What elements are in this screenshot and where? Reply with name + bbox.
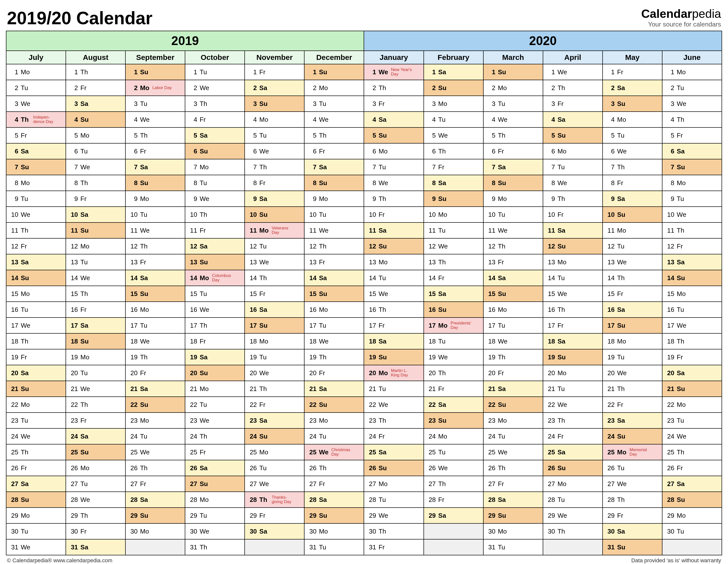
day-number: 22: [69, 401, 78, 409]
day-cell: 17We: [662, 318, 722, 333]
day-of-week: Su: [21, 163, 31, 171]
day-cell: 28Fr: [424, 492, 483, 508]
day-of-week: Tu: [259, 242, 269, 250]
day-cell: 1Su: [125, 64, 185, 80]
day-cell: 26Tu: [245, 460, 304, 476]
day-number: 23: [9, 417, 18, 425]
day-cell: 20Tu: [66, 365, 125, 381]
day-cell: 2Su: [424, 80, 483, 96]
day-number: 29: [426, 512, 436, 519]
day-of-week: Fr: [259, 401, 269, 409]
day-of-week: Tu: [21, 417, 31, 425]
day-of-week: Tu: [140, 433, 150, 440]
day-of-week: We: [617, 258, 627, 266]
day-cell: 29Sa: [424, 508, 483, 523]
day-cell: 9Sa: [245, 191, 304, 207]
day-of-week: Tu: [617, 464, 627, 472]
day-of-week: Fr: [200, 116, 210, 123]
day-number: 12: [128, 242, 138, 250]
day-cell: 1Mo: [6, 64, 66, 80]
day-of-week: We: [558, 68, 567, 76]
day-of-week: Fr: [438, 163, 448, 171]
day-number: 30: [247, 528, 257, 535]
day-cell: 30Th: [543, 523, 603, 539]
day-cell: 30Tu: [6, 523, 66, 539]
day-cell: 14Tu: [543, 270, 603, 286]
day-cell: 21Tu: [364, 381, 423, 397]
day-of-week: Tu: [319, 211, 329, 218]
day-number: 16: [367, 306, 376, 314]
day-number: 21: [665, 385, 674, 393]
day-number: 12: [665, 242, 674, 250]
day-cell: 16Tu: [6, 302, 66, 318]
day-of-week: We: [438, 464, 448, 472]
day-number: 30: [128, 528, 138, 535]
day-number: 22: [307, 401, 316, 409]
day-number: 12: [367, 242, 376, 250]
day-number: 15: [128, 290, 138, 298]
day-of-week: Mo: [140, 417, 150, 425]
day-of-week: We: [677, 211, 687, 218]
day-of-week: Tu: [140, 322, 150, 330]
day-number: 14: [546, 274, 555, 282]
day-number: 6: [69, 147, 78, 155]
day-number: 14: [9, 274, 18, 282]
day-of-week: Tu: [200, 68, 210, 76]
day-number: 11: [69, 227, 78, 234]
day-cell: 20Mo: [543, 365, 603, 381]
day-number: 12: [486, 242, 495, 250]
day-number: 6: [128, 147, 138, 155]
day-cell: 21Su: [662, 381, 722, 397]
day-of-week: Th: [21, 227, 31, 234]
day-of-week: Th: [200, 543, 210, 551]
day-cell: 29Fr: [245, 508, 304, 523]
day-of-week: Tu: [200, 401, 210, 409]
day-number: 13: [426, 258, 436, 266]
day-number: 20: [665, 369, 674, 377]
day-number: 31: [188, 543, 197, 551]
day-number: 10: [605, 211, 615, 218]
day-cell: 3We: [6, 96, 66, 112]
day-number: 23: [128, 417, 138, 425]
day-cell: 8Su: [304, 175, 364, 191]
day-number: 8: [367, 179, 376, 187]
day-of-week: Tu: [617, 354, 627, 361]
day-number: 29: [9, 512, 18, 519]
day-number: 11: [426, 227, 436, 234]
day-of-week: Mo: [677, 179, 687, 187]
day-number: 28: [188, 496, 197, 504]
day-cell: 31We: [6, 539, 66, 555]
day-of-week: Fr: [80, 417, 90, 425]
day-number: 13: [9, 258, 18, 266]
day-cell: 7Sa: [304, 159, 364, 175]
day-number: 29: [247, 512, 257, 519]
day-cell: 18Mo: [245, 333, 304, 349]
day-number: 26: [69, 464, 78, 472]
day-number: 8: [307, 179, 316, 187]
day-cell: 25Fr: [185, 444, 245, 460]
day-number: 14: [307, 274, 316, 282]
day-number: 22: [247, 401, 257, 409]
day-number: 24: [188, 433, 197, 440]
day-cell: 10Fr: [543, 207, 603, 222]
day-of-week: Fr: [21, 132, 31, 139]
day-cell: 2MoLabor Day: [125, 80, 185, 96]
day-of-week: Su: [498, 401, 508, 409]
day-cell: 30We: [185, 523, 245, 539]
day-number: 17: [605, 322, 615, 330]
day-of-week: Fr: [498, 369, 508, 377]
day-cell: 28Sa: [125, 492, 185, 508]
day-number: 18: [546, 338, 555, 345]
day-cell: 8Mo: [662, 175, 722, 191]
day-number: 2: [128, 84, 138, 92]
day-cell: 20Fr: [483, 365, 543, 381]
day-of-week: Fr: [378, 211, 388, 218]
day-number: 30: [69, 528, 78, 535]
day-number: 22: [486, 401, 495, 409]
day-cell: 2Mo: [304, 80, 364, 96]
day-cell: 10We: [662, 207, 722, 222]
day-cell: 21Tu: [543, 381, 603, 397]
day-number: 9: [605, 195, 615, 203]
day-number: 2: [188, 84, 197, 92]
day-of-week: Sa: [498, 163, 508, 171]
